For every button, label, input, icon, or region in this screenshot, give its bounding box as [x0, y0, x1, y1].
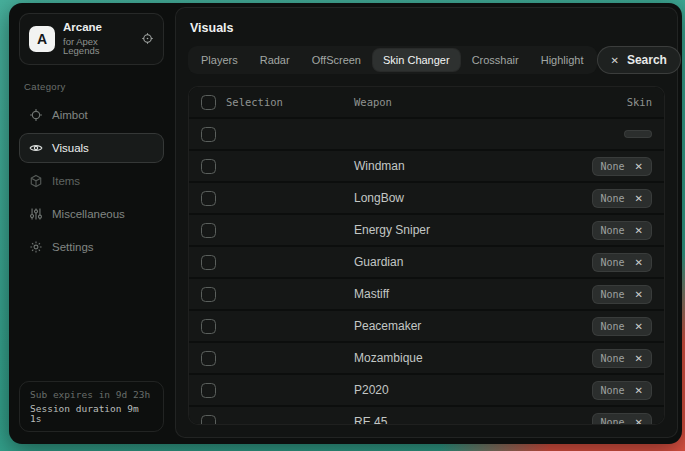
skin-badge-label: None — [601, 225, 625, 236]
row-checkbox[interactable] — [201, 415, 216, 426]
skin-badge[interactable]: None ✕ — [592, 221, 652, 240]
sidebar-item-label: Aimbot — [52, 109, 88, 121]
tab-radar[interactable]: Radar — [250, 49, 300, 71]
weapon-name: Energy Sniper — [354, 223, 582, 237]
skin-badge[interactable]: None ✕ — [592, 285, 652, 304]
column-header-skin: Skin — [627, 96, 652, 108]
subscription-info: Sub expires in 9d 23h Session duration 9… — [19, 381, 164, 433]
sidebar-item-label: Items — [52, 175, 80, 187]
row-checkbox[interactable] — [201, 351, 216, 366]
app-window: A Arcane for Apex Legends Category — [9, 3, 682, 444]
skin-clear-icon: ✕ — [635, 193, 643, 204]
sub-expiry-text: Sub expires in 9d 23h — [30, 390, 153, 400]
table-body: Windman None ✕ LongBow None ✕ — [189, 117, 664, 425]
weapon-name: P2020 — [354, 383, 582, 397]
table-row: Energy Sniper None ✕ — [189, 215, 664, 245]
column-header-selection: Selection — [226, 96, 344, 108]
sidebar-item-items[interactable]: Items — [19, 166, 164, 196]
tab-bar: Players Radar OffScreen Skin Changer Cro… — [188, 46, 665, 74]
sidebar-item-label: Visuals — [52, 142, 89, 154]
row-checkbox[interactable] — [201, 319, 216, 334]
tab-crosshair[interactable]: Crosshair — [462, 49, 529, 71]
skin-clear-icon: ✕ — [635, 321, 643, 332]
row-checkbox[interactable] — [201, 223, 216, 238]
table-header-row: Selection Weapon Skin — [189, 87, 664, 117]
search-x-icon: ✕ — [611, 55, 619, 66]
skin-badge[interactable]: None ✕ — [592, 349, 652, 368]
search-button-label: Search — [627, 53, 667, 67]
skin-badge-label: None — [601, 161, 625, 172]
skin-badge-label: None — [601, 321, 625, 332]
skin-badge[interactable]: None ✕ — [592, 381, 652, 400]
skin-badge[interactable]: None ✕ — [592, 189, 652, 208]
tab-players[interactable]: Players — [191, 49, 248, 71]
search-button[interactable]: ✕ Search — [597, 46, 681, 74]
tab-highlight[interactable]: Highlight — [531, 49, 594, 71]
skin-clear-icon: ✕ — [635, 385, 643, 396]
skin-badge[interactable]: None ✕ — [592, 317, 652, 336]
crosshair-icon — [29, 108, 43, 122]
sidebar-item-miscellaneous[interactable]: Miscellaneous — [19, 199, 164, 229]
skin-badge-label: None — [601, 385, 625, 396]
skin-badge[interactable]: None ✕ — [592, 413, 652, 426]
tab-offscreen[interactable]: OffScreen — [302, 49, 371, 71]
weapon-name: LongBow — [354, 191, 582, 205]
tab-skin-changer[interactable]: Skin Changer — [373, 49, 460, 71]
page-title: Visuals — [190, 21, 663, 35]
table-row: RE 45 None ✕ — [189, 407, 664, 425]
skin-clear-icon: ✕ — [635, 417, 643, 426]
table-row: Mastiff None ✕ — [189, 279, 664, 309]
app-header-card: A Arcane for Apex Legends — [19, 13, 164, 65]
app-subtitle: for Apex Legends — [63, 37, 133, 56]
row-checkbox[interactable] — [201, 383, 216, 398]
skin-badge-label: None — [601, 193, 625, 204]
row-checkbox[interactable] — [201, 159, 216, 174]
skin-clear-icon: ✕ — [635, 353, 643, 364]
sidebar: A Arcane for Apex Legends Category — [9, 3, 174, 444]
row-checkbox[interactable] — [201, 255, 216, 270]
main-panel: Visuals Players Radar OffScreen Skin Cha… — [175, 7, 678, 438]
sliders-icon — [29, 207, 43, 221]
eye-icon — [29, 141, 43, 155]
weapon-name: Guardian — [354, 255, 582, 269]
select-all-checkbox[interactable] — [201, 95, 216, 110]
row-checkbox[interactable] — [201, 287, 216, 302]
skin-badge[interactable] — [624, 130, 652, 138]
skin-badge-label: None — [601, 257, 625, 268]
table-row: Peacemaker None ✕ — [189, 311, 664, 341]
sidebar-item-settings[interactable]: Settings — [19, 232, 164, 262]
gear-icon — [29, 240, 43, 254]
skin-clear-icon: ✕ — [635, 225, 643, 236]
skin-badge[interactable]: None ✕ — [592, 157, 652, 176]
weapon-name: Peacemaker — [354, 319, 582, 333]
skin-clear-icon: ✕ — [635, 289, 643, 300]
skin-clear-icon: ✕ — [635, 257, 643, 268]
row-checkbox[interactable] — [201, 127, 216, 142]
skin-badge-label: None — [601, 289, 625, 300]
desktop-background: A Arcane for Apex Legends Category — [0, 0, 685, 451]
sidebar-item-label: Miscellaneous — [52, 208, 125, 220]
table-row — [189, 119, 664, 149]
column-header-weapon: Weapon — [354, 96, 617, 108]
skin-badge[interactable]: None ✕ — [592, 253, 652, 272]
table-row: Windman None ✕ — [189, 151, 664, 181]
table-row: Guardian None ✕ — [189, 247, 664, 277]
target-icon[interactable] — [141, 32, 154, 45]
weapon-name: Windman — [354, 159, 582, 173]
sidebar-item-label: Settings — [52, 241, 94, 253]
table-row: LongBow None ✕ — [189, 183, 664, 213]
sidebar-item-aimbot[interactable]: Aimbot — [19, 100, 164, 130]
weapon-name: Mastiff — [354, 287, 582, 301]
session-duration-text: Session duration 9m 1s — [30, 404, 153, 423]
weapon-name: RE 45 — [354, 415, 582, 425]
row-checkbox[interactable] — [201, 191, 216, 206]
weapon-skin-table: Selection Weapon Skin — [188, 86, 665, 425]
weapon-name: Mozambique — [354, 351, 582, 365]
table-row: P2020 None ✕ — [189, 375, 664, 405]
skin-badge-label: None — [601, 353, 625, 364]
app-logo: A — [29, 26, 55, 52]
sidebar-item-visuals[interactable]: Visuals — [19, 133, 164, 163]
cube-icon — [29, 174, 43, 188]
tab-group: Players Radar OffScreen Skin Changer Cro… — [188, 46, 597, 74]
app-title: Arcane — [63, 22, 133, 34]
